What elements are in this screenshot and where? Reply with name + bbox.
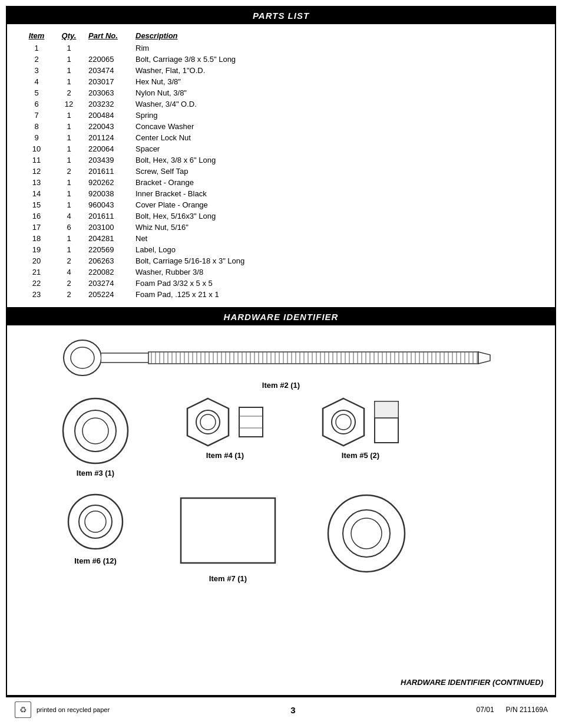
col-header-partno: Part No. <box>84 29 131 42</box>
cell-qty: 2 <box>54 166 84 177</box>
table-row: 6 12 203232 Washer, 3/4" O.D. <box>19 98 543 110</box>
parts-table-container: Item Qty. Part No. Description 1 1 Rim 2… <box>7 24 555 307</box>
bolt-illustration <box>60 337 502 378</box>
cell-item: 11 <box>19 154 54 166</box>
cell-qty: 1 <box>54 199 84 210</box>
cell-qty: 4 <box>54 266 84 278</box>
footer: ♻ printed on recycled paper 3 07/01 P/N … <box>6 696 556 722</box>
cell-item: 17 <box>19 222 54 233</box>
cell-qty: 1 <box>54 143 84 154</box>
recycle-text: printed on recycled paper <box>37 706 110 713</box>
cell-desc: Center Lock Nut <box>131 132 543 143</box>
cell-desc: Washer, 3/4" O.D. <box>131 98 543 110</box>
cell-item: 18 <box>19 233 54 244</box>
footer-part-number: P/N 211169A <box>506 706 548 714</box>
table-row: 1 1 Rim <box>19 42 543 54</box>
cell-item: 21 <box>19 266 54 278</box>
cell-desc: Concave Washer <box>131 121 543 132</box>
table-row: 5 2 203063 Nylon Nut, 3/8" <box>19 87 543 98</box>
page-number: 3 <box>290 705 295 715</box>
cell-desc: Screw, Self Tap <box>131 166 543 177</box>
item3-label: Item #3 (1) <box>77 469 114 477</box>
cell-partno: 203439 <box>84 154 131 166</box>
cell-desc: Foam Pad, .125 x 21 x 1 <box>131 289 543 300</box>
cell-item: 1 <box>19 42 54 54</box>
cell-desc: Foam Pad 3/32 x 5 x 5 <box>131 278 543 289</box>
svg-text:♻: ♻ <box>19 706 27 714</box>
item2-label: Item #2 (1) <box>262 381 300 390</box>
cell-partno: 203232 <box>84 98 131 110</box>
svg-rect-5 <box>148 352 478 364</box>
cell-desc: Spring <box>131 110 543 121</box>
footer-right: 07/01 P/N 211169A <box>477 706 548 714</box>
parts-list-section: PARTS LIST Item Qty. Part No. Descriptio… <box>6 6 556 308</box>
svg-marker-86 <box>478 352 490 364</box>
cell-partno: 203474 <box>84 65 131 76</box>
cell-qty: 2 <box>54 278 84 289</box>
continued-label: HARDWARE IDENTIFIER (CONTINUED) <box>401 678 543 687</box>
svg-point-89 <box>82 418 108 444</box>
svg-rect-100 <box>375 401 398 418</box>
cell-desc: Washer, Flat, 1"O.D. <box>131 65 543 76</box>
cell-item: 12 <box>19 166 54 177</box>
cell-partno: 220043 <box>84 121 131 132</box>
table-row: 10 1 220064 Spacer <box>19 143 543 154</box>
cell-item: 4 <box>19 76 54 87</box>
table-row: 20 2 206263 Bolt, Carriage 5/16-18 x 3" … <box>19 255 543 266</box>
item4-container: Item #4 (1) <box>166 396 284 460</box>
cell-qty: 6 <box>54 222 84 233</box>
cell-qty: 2 <box>54 87 84 98</box>
cell-item: 10 <box>19 143 54 154</box>
cell-item: 5 <box>19 87 54 98</box>
cell-desc: Nylon Nut, 3/8" <box>131 87 543 98</box>
cell-item: 16 <box>19 210 54 222</box>
table-row: 11 1 203439 Bolt, Hex, 3/8 x 6" Long <box>19 154 543 166</box>
cell-item: 7 <box>19 110 54 121</box>
cell-item: 3 <box>19 65 54 76</box>
item6-container: Item #6 (12) <box>37 489 154 565</box>
item7-container: Item #7 (1) <box>166 489 290 583</box>
col-header-item: Item <box>19 29 54 42</box>
cell-partno: 960043 <box>84 199 131 210</box>
cell-item: 6 <box>19 98 54 110</box>
cell-qty: 1 <box>54 154 84 166</box>
col-header-desc: Description <box>131 29 543 42</box>
cell-qty: 1 <box>54 132 84 143</box>
table-row: 2 1 220065 Bolt, Carriage 3/8 x 5.5" Lon… <box>19 54 543 65</box>
hardware-identifier-title: HARDWARE IDENTIFIER <box>6 308 556 325</box>
table-row: 23 2 205224 Foam Pad, .125 x 21 x 1 <box>19 289 543 300</box>
table-row: 9 1 201124 Center Lock Nut <box>19 132 543 143</box>
svg-rect-93 <box>239 407 263 437</box>
recycle-icon: ♻ <box>14 701 32 719</box>
table-row: 4 1 203017 Hex Nut, 3/8" <box>19 76 543 87</box>
hardware-bottom-row: Item #6 (12) Item #7 (1) <box>19 489 543 583</box>
table-row: 18 1 204281 Net <box>19 233 543 244</box>
cell-desc: Bolt, Hex, 3/8 x 6" Long <box>131 154 543 166</box>
table-row: 19 1 220569 Label, Logo <box>19 244 543 255</box>
col-header-qty: Qty. <box>54 29 84 42</box>
table-row: 22 2 203274 Foam Pad 3/32 x 5 x 5 <box>19 278 543 289</box>
cell-item: 14 <box>19 188 54 199</box>
table-row: 21 4 220082 Washer, Rubber 3/8 <box>19 266 543 278</box>
cell-partno: 220082 <box>84 266 131 278</box>
cell-partno: 206263 <box>84 255 131 266</box>
cell-partno: 220569 <box>84 244 131 255</box>
cell-desc: Bolt, Carriage 5/16-18 x 3" Long <box>131 255 543 266</box>
item6-label: Item #6 (12) <box>74 556 117 565</box>
table-row: 14 1 920038 Inner Bracket - Black <box>19 188 543 199</box>
table-row: 12 2 201611 Screw, Self Tap <box>19 166 543 177</box>
table-row: 15 1 960043 Cover Plate - Orange <box>19 199 543 210</box>
cell-qty: 2 <box>54 289 84 300</box>
cell-qty: 4 <box>54 210 84 222</box>
cell-partno: 201124 <box>84 132 131 143</box>
cell-item: 22 <box>19 278 54 289</box>
cell-qty: 2 <box>54 255 84 266</box>
cell-desc: Inner Bracket - Black <box>131 188 543 199</box>
cell-partno: 201611 <box>84 210 131 222</box>
footer-left: ♻ printed on recycled paper <box>14 701 110 719</box>
cell-item: 13 <box>19 177 54 188</box>
cell-desc: Hex Nut, 3/8" <box>131 76 543 87</box>
cell-desc: Rim <box>131 42 543 54</box>
cell-qty: 1 <box>54 110 84 121</box>
item3-container: Item #3 (1) <box>37 396 154 477</box>
